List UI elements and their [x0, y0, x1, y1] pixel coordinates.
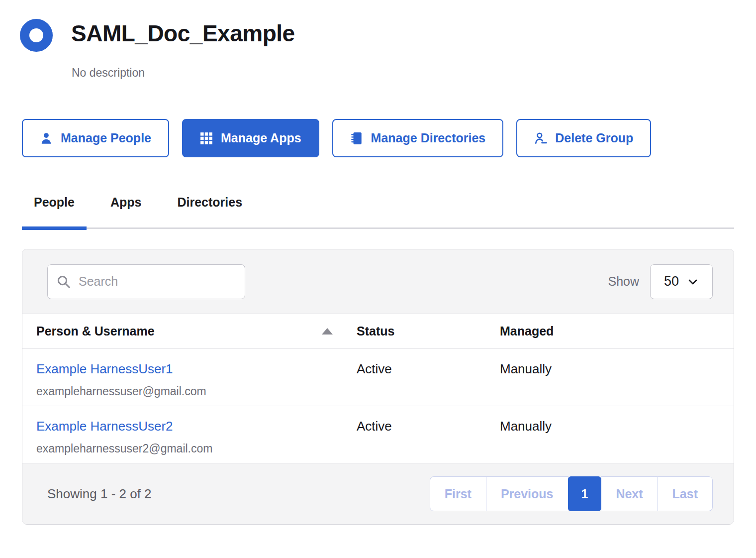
directory-book-icon [350, 132, 363, 145]
person-cell: Example HarnessUser2 exampleharnessuser2… [22, 406, 357, 463]
delete-group-label: Delete Group [555, 131, 633, 145]
managed-cell: Manually [500, 349, 734, 406]
table-footer: Showing 1 - 2 of 2 First Previous 1 Next… [22, 463, 734, 524]
column-header-person-label: Person & Username [36, 324, 155, 338]
group-detail-page: SAML_Doc_Example No description Manage P… [0, 0, 756, 558]
status-cell: Active [357, 406, 500, 463]
pagination-previous-button[interactable]: Previous [486, 476, 568, 511]
results-summary: Showing 1 - 2 of 2 [47, 486, 152, 502]
table-header-row: Person & Username Status Managed [22, 314, 734, 349]
column-header-managed[interactable]: Managed [500, 324, 734, 338]
managed-cell: Manually [500, 406, 734, 463]
status-cell: Active [357, 349, 500, 406]
person-icon [40, 132, 53, 145]
column-header-person[interactable]: Person & Username [22, 324, 357, 338]
column-header-status[interactable]: Status [357, 324, 500, 338]
page-size-select[interactable]: 50 [650, 264, 713, 299]
chevron-down-icon [687, 276, 699, 288]
delete-group-button[interactable]: Delete Group [516, 119, 651, 157]
group-description: No description [72, 66, 145, 80]
manage-people-label: Manage People [61, 131, 151, 145]
user-name-link[interactable]: Example HarnessUser1 [36, 361, 173, 376]
search-icon [56, 274, 71, 291]
tab-apps[interactable]: Apps [98, 188, 154, 227]
manage-apps-button[interactable]: Manage Apps [182, 119, 319, 157]
pagination-page-1-button[interactable]: 1 [568, 476, 602, 511]
table-row: Example HarnessUser2 exampleharnessuser2… [22, 406, 734, 463]
manage-apps-label: Manage Apps [221, 131, 301, 145]
person-remove-icon [534, 132, 547, 145]
search-input[interactable] [47, 264, 245, 299]
page-size-value: 50 [664, 274, 679, 289]
pagination-first-button[interactable]: First [430, 476, 486, 511]
group-ring-icon [20, 19, 53, 52]
manage-directories-label: Manage Directories [371, 131, 486, 145]
user-email: exampleharnessuser@gmail.com [36, 385, 357, 398]
pagination-last-button[interactable]: Last [658, 476, 713, 511]
user-email: exampleharnessuser2@gmail.com [36, 442, 357, 455]
people-table-card: Show 50 Person & Username Status Managed [22, 249, 734, 525]
pagination: First Previous 1 Next Last [430, 476, 713, 511]
tab-directories[interactable]: Directories [165, 188, 254, 227]
pagination-next-button[interactable]: Next [601, 476, 658, 511]
user-name-link[interactable]: Example HarnessUser2 [36, 419, 173, 434]
group-action-bar: Manage People Manage Apps [22, 119, 651, 157]
manage-directories-button[interactable]: Manage Directories [332, 119, 504, 157]
page-size-control: Show 50 [608, 264, 713, 299]
search-box [47, 264, 245, 299]
page-title: SAML_Doc_Example [71, 20, 295, 47]
person-cell: Example HarnessUser1 exampleharnessuser@… [22, 349, 357, 406]
table-row: Example HarnessUser1 exampleharnessuser@… [22, 349, 734, 406]
tab-people[interactable]: People [22, 188, 87, 227]
show-label: Show [608, 274, 639, 289]
manage-people-button[interactable]: Manage People [22, 119, 169, 157]
table-toolbar: Show 50 [22, 249, 734, 314]
grid-icon [200, 132, 213, 145]
sort-ascending-icon [322, 328, 333, 335]
group-tabs: People Apps Directories [22, 188, 734, 229]
